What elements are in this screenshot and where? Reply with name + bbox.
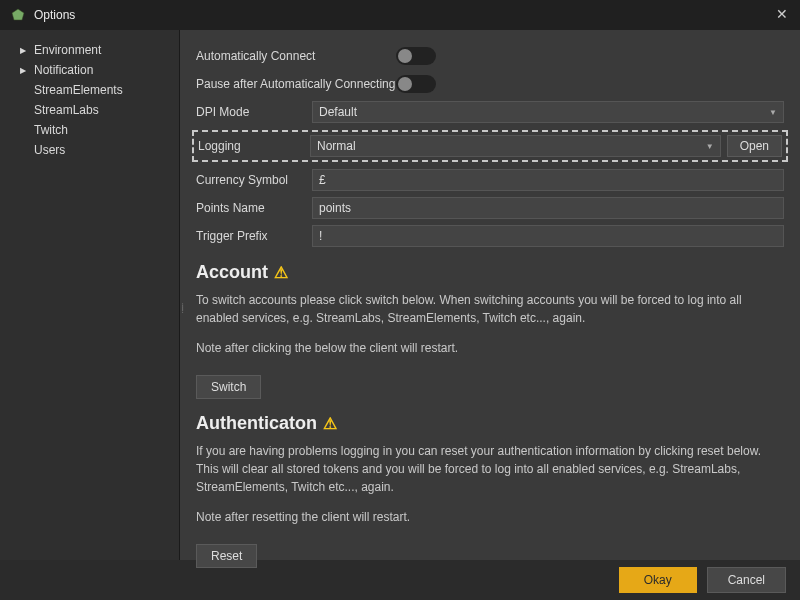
content-panel: ⁞⁞ Automatically Connect Pause after Aut… xyxy=(180,30,800,560)
sidebar-item-notification[interactable]: ▶ Notification xyxy=(0,60,179,80)
dpi-value: Default xyxy=(319,105,357,119)
caret-icon: ▶ xyxy=(20,46,30,55)
resize-grip-icon[interactable]: ⁞⁞ xyxy=(181,305,184,311)
pause-toggle[interactable] xyxy=(396,75,436,93)
sidebar-item-label: Notification xyxy=(34,63,93,77)
close-icon[interactable]: ✕ xyxy=(776,6,788,22)
open-button[interactable]: Open xyxy=(727,135,782,157)
sidebar-item-environment[interactable]: ▶ Environment xyxy=(0,40,179,60)
chevron-down-icon: ▼ xyxy=(706,142,714,151)
auth-heading: Authenticaton ⚠ xyxy=(196,413,784,434)
trigger-label: Trigger Prefix xyxy=(196,229,312,243)
auth-desc: If you are having problems logging in yo… xyxy=(196,442,784,496)
sidebar-item-twitch[interactable]: Twitch xyxy=(0,120,179,140)
currency-input[interactable]: £ xyxy=(312,169,784,191)
auto-connect-label: Automatically Connect xyxy=(196,49,396,63)
sidebar-item-label: Twitch xyxy=(34,123,68,137)
reset-button[interactable]: Reset xyxy=(196,544,257,568)
logging-value: Normal xyxy=(317,139,356,153)
titlebar: Options ✕ xyxy=(0,0,800,30)
sidebar-item-users[interactable]: Users xyxy=(0,140,179,160)
sidebar-item-label: StreamLabs xyxy=(34,103,99,117)
logging-select[interactable]: Normal ▼ xyxy=(310,135,721,157)
account-desc: To switch accounts please click switch b… xyxy=(196,291,784,327)
account-heading: Account ⚠ xyxy=(196,262,784,283)
sidebar-item-label: Users xyxy=(34,143,65,157)
sidebar: ▶ Environment ▶ Notification StreamEleme… xyxy=(0,30,180,560)
account-note: Note after clicking the below the client… xyxy=(196,339,784,357)
cancel-button[interactable]: Cancel xyxy=(707,567,786,593)
currency-label: Currency Symbol xyxy=(196,173,312,187)
window-title: Options xyxy=(34,8,75,22)
svg-marker-0 xyxy=(12,9,24,20)
auto-connect-toggle[interactable] xyxy=(396,47,436,65)
auth-note: Note after resetting the client will res… xyxy=(196,508,784,526)
caret-icon: ▶ xyxy=(20,66,30,75)
logging-row-highlight: Logging Normal ▼ Open xyxy=(192,130,788,162)
warning-icon: ⚠ xyxy=(274,263,288,282)
points-input[interactable]: points xyxy=(312,197,784,219)
trigger-input[interactable]: ! xyxy=(312,225,784,247)
okay-button[interactable]: Okay xyxy=(619,567,697,593)
sidebar-item-label: StreamElements xyxy=(34,83,123,97)
pause-label: Pause after Automatically Connecting xyxy=(196,77,396,91)
app-icon xyxy=(10,7,26,23)
sidebar-item-streamlabs[interactable]: StreamLabs xyxy=(0,100,179,120)
logging-label: Logging xyxy=(198,139,310,153)
sidebar-item-label: Environment xyxy=(34,43,101,57)
sidebar-item-streamelements[interactable]: StreamElements xyxy=(0,80,179,100)
points-label: Points Name xyxy=(196,201,312,215)
dpi-select[interactable]: Default ▼ xyxy=(312,101,784,123)
warning-icon: ⚠ xyxy=(323,414,337,433)
dpi-label: DPI Mode xyxy=(196,105,312,119)
chevron-down-icon: ▼ xyxy=(769,108,777,117)
switch-button[interactable]: Switch xyxy=(196,375,261,399)
